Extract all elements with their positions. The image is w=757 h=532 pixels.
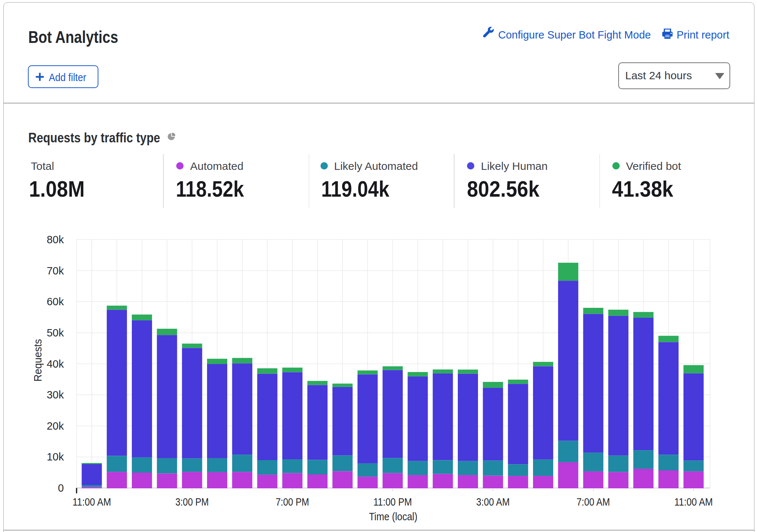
svg-text:60k: 60k xyxy=(47,296,64,307)
svg-text:40k: 40k xyxy=(47,358,64,370)
svg-text:50k: 50k xyxy=(47,327,64,339)
svg-text:0: 0 xyxy=(58,482,64,494)
svg-text:7:00 PM: 7:00 PM xyxy=(276,496,309,508)
svg-text:30k: 30k xyxy=(47,389,64,401)
svg-text:80k: 80k xyxy=(47,234,64,245)
svg-text:11:00 AM: 11:00 AM xyxy=(674,496,713,508)
svg-text:7:00 AM: 7:00 AM xyxy=(577,496,610,508)
svg-text:70k: 70k xyxy=(47,265,64,277)
svg-text:20k: 20k xyxy=(47,420,64,432)
svg-text:3:00 PM: 3:00 PM xyxy=(175,496,209,508)
svg-text:Requests: Requests xyxy=(32,339,44,382)
svg-text:10k: 10k xyxy=(47,451,64,463)
svg-text:3:00 AM: 3:00 AM xyxy=(476,496,510,508)
svg-text:Time (local): Time (local) xyxy=(369,511,417,522)
svg-text:11:00 AM: 11:00 AM xyxy=(73,496,111,508)
svg-text:11:00 PM: 11:00 PM xyxy=(373,496,412,508)
